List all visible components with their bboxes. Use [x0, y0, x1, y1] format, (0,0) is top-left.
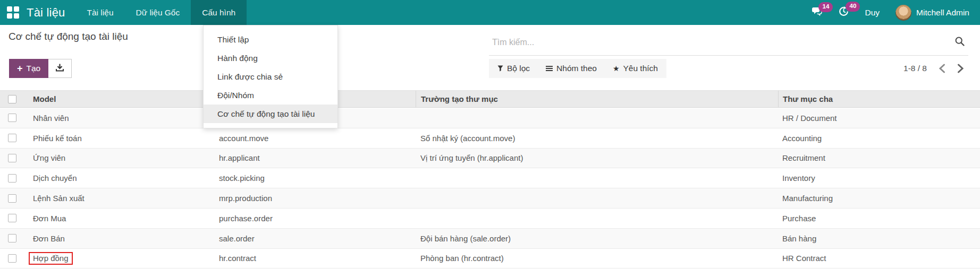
avatar — [895, 5, 911, 21]
cell-parent-folder: Purchase — [778, 214, 980, 223]
search-input[interactable] — [489, 38, 954, 47]
cell-parent-folder: Inventory — [778, 173, 980, 183]
cell-model: sale.order — [210, 234, 416, 243]
user-name: Mitchell Admin — [916, 8, 969, 18]
download-icon — [55, 63, 64, 74]
cell-parent-folder: HR / Document — [778, 114, 980, 123]
app-brand-title[interactable]: Tài liệu — [27, 6, 65, 20]
company-switcher[interactable]: Duy — [865, 8, 880, 18]
cell-parent-folder: HR Contract — [778, 254, 980, 263]
cell-parent-folder: Accounting — [778, 134, 980, 143]
config-dropdown-menu: Thiết lập Hành động Link được chia sẻ Độ… — [203, 25, 338, 128]
topbar-right: 14 40 Duy Mitchell Admin — [812, 0, 980, 25]
cell-folder-field: Đội bán hàng (sale.order) — [416, 234, 778, 243]
row-checkbox[interactable] — [0, 234, 24, 242]
messages-badge: 14 — [818, 2, 833, 12]
dropdown-item-thiet-lap[interactable]: Thiết lập — [204, 30, 337, 49]
table-body: Nhân viên HR / Document Phiếu kế toán ac… — [0, 108, 980, 268]
favorites-label: Yêu thích — [623, 64, 658, 73]
cell-name: Đơn Bán — [24, 234, 210, 243]
grid-square — [7, 6, 12, 12]
checkbox-icon — [8, 234, 16, 242]
dropdown-item-link-chia-se[interactable]: Link được chia sẻ — [204, 67, 337, 86]
table-row[interactable]: Nhân viên HR / Document — [0, 108, 980, 128]
annotation-red-box: Hợp đồng — [29, 252, 73, 265]
pager: 1-8 / 8 — [903, 59, 964, 78]
table-header-row: Model Trường tạo thư mục Thư mục cha — [0, 90, 980, 108]
checkbox-icon — [8, 134, 16, 142]
apps-grid-icon[interactable] — [7, 6, 20, 19]
filters-label: Bộ lọc — [507, 64, 530, 73]
plus-icon: + — [17, 64, 23, 73]
checkbox-icon — [8, 174, 16, 183]
messages-button[interactable]: 14 — [812, 7, 823, 18]
menu-tai-lieu[interactable]: Tài liệu — [76, 0, 125, 25]
cell-folder-field: Phòng ban (hr.contract) — [416, 254, 778, 263]
cell-name: Phiếu kế toán — [24, 134, 210, 143]
funnel-icon — [497, 65, 503, 72]
cell-model: purchase.order — [210, 214, 416, 223]
activities-button[interactable]: 40 — [839, 6, 849, 19]
menu-du-lieu-goc[interactable]: Dữ liệu Gốc — [125, 0, 191, 25]
cell-name: Hợp đồng — [24, 252, 210, 265]
pager-next-icon[interactable] — [957, 64, 964, 73]
cell-name: Dịch chuyển — [24, 173, 210, 183]
header-parent-folder[interactable]: Thư mục cha — [778, 91, 980, 107]
search-bar — [489, 30, 968, 56]
cell-name: Ứng viên — [24, 153, 210, 162]
user-menu[interactable]: Mitchell Admin — [895, 5, 969, 21]
grid-square — [7, 13, 12, 19]
dropdown-item-doi-nhom[interactable]: Đội/Nhóm — [204, 86, 337, 105]
table-row[interactable]: Đơn Mua purchase.order Purchase — [0, 209, 980, 229]
cell-name: Lệnh Sản xuất — [24, 194, 210, 203]
row-checkbox[interactable] — [0, 154, 24, 162]
cell-name: Nhân viên — [24, 114, 210, 123]
menu-cau-hinh[interactable]: Cấu hình — [191, 0, 247, 25]
checkbox-icon — [8, 254, 16, 263]
cell-parent-folder: Manufacturing — [778, 194, 980, 203]
table-row[interactable]: Dịch chuyển stock.picking Inventory — [0, 168, 980, 188]
table-row[interactable]: Lệnh Sản xuất mrp.production Manufacturi… — [0, 188, 980, 209]
main-menu: Tài liệu Dữ liệu Gốc Cấu hình — [76, 0, 247, 25]
dropdown-item-hanh-dong[interactable]: Hành động — [204, 49, 337, 67]
grid-square — [14, 13, 19, 19]
table-row[interactable]: Đơn Bán sale.order Đội bán hàng (sale.or… — [0, 229, 980, 249]
checkbox-icon — [8, 214, 16, 222]
row-checkbox[interactable] — [0, 254, 24, 263]
create-button[interactable]: + Tạo — [9, 59, 48, 78]
group-by-button[interactable]: Nhóm theo — [546, 64, 597, 73]
cell-model: mrp.production — [210, 194, 416, 203]
row-checkbox[interactable] — [0, 114, 24, 122]
row-checkbox[interactable] — [0, 214, 24, 222]
create-button-label: Tạo — [27, 64, 41, 73]
header-folder-field[interactable]: Trường tạo thư mục — [416, 91, 778, 107]
select-all-checkbox[interactable] — [0, 95, 24, 103]
row-checkbox[interactable] — [0, 194, 24, 203]
table-row[interactable]: Ứng viên hr.applicant Vị trí ứng tuyển (… — [0, 149, 980, 169]
favorites-button[interactable]: ★ Yêu thích — [613, 64, 658, 73]
table-row[interactable]: Hợp đồng hr.contract Phòng ban (hr.contr… — [0, 249, 980, 269]
checkbox-icon — [8, 154, 16, 162]
dropdown-item-co-che-tu-dong[interactable]: Cơ chế tự động tạo tài liệu — [204, 105, 337, 123]
activities-badge: 40 — [846, 2, 860, 12]
pager-previous-icon[interactable] — [939, 64, 945, 73]
pager-range: 1-8 / 8 — [903, 64, 927, 73]
cell-parent-folder: Recruitment — [778, 153, 980, 162]
row-checkbox[interactable] — [0, 134, 24, 142]
table-row[interactable]: Phiếu kế toán account.move Sổ nhật ký (a… — [0, 128, 980, 149]
cell-model: hr.contract — [210, 254, 416, 263]
export-button[interactable] — [48, 59, 72, 78]
cell-model: hr.applicant — [210, 153, 416, 162]
row-checkbox[interactable] — [0, 174, 24, 183]
top-navbar: Tài liệu Tài liệu Dữ liệu Gốc Cấu hình 1… — [0, 0, 980, 25]
cell-folder-field: Sổ nhật ký (account.move) — [416, 134, 778, 143]
header-model[interactable]: Model — [24, 94, 210, 103]
filters-button[interactable]: Bộ lọc — [497, 64, 530, 73]
search-icon[interactable] — [954, 36, 965, 49]
action-buttons: + Tạo — [9, 59, 72, 78]
search-filters-bar: Bộ lọc Nhóm theo ★ Yêu thích — [489, 59, 666, 78]
cell-parent-folder: Bán hàng — [778, 234, 980, 243]
group-by-icon — [546, 65, 553, 72]
cell-model: stock.picking — [210, 173, 416, 183]
cell-folder-field: Vị trí ứng tuyển (hr.applicant) — [416, 153, 778, 162]
